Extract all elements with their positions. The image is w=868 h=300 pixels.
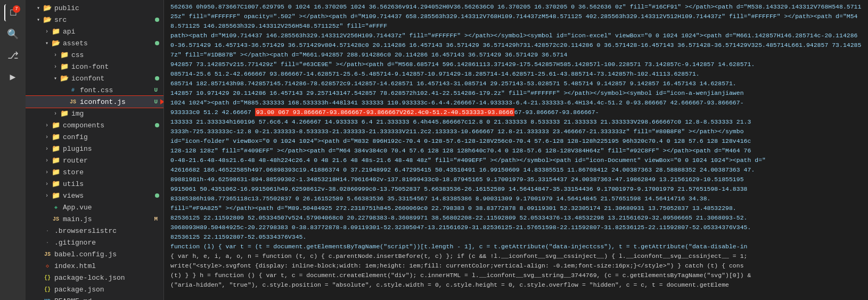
file-status-badge: U (152, 99, 159, 105)
sidebar-item-label: .browserslistrc (54, 227, 159, 235)
activity-bar: □ 7 🔍 ⎇ ▶ (0, 0, 26, 300)
chevron-right-icon: › (43, 29, 51, 35)
sidebar-item-label: img (71, 110, 159, 118)
folder-icon: 📁 (60, 62, 69, 71)
explorer-icon[interactable]: □ 7 (4, 4, 21, 21)
sidebar-item-label: views (63, 192, 153, 200)
sidebar-item-views[interactable]: ›📁views (26, 190, 163, 201)
sidebar-item-babel.config.js[interactable]: JSbabel.config.js (26, 248, 163, 260)
sidebar-item-package-lock.json[interactable]: {}package-lock.json (26, 272, 163, 283)
sidebar-item-font.css[interactable]: #font.cssU (26, 84, 163, 96)
status-dot (155, 18, 159, 22)
chevron-down-icon: ▾ (43, 40, 51, 46)
sidebar-item-label: babel.config.js (54, 250, 159, 258)
json-icon: {} (43, 287, 52, 293)
sidebar-item-src[interactable]: ▾📂src (26, 14, 163, 26)
md-icon: MD (43, 298, 52, 301)
sidebar-item-label: main.js (63, 215, 149, 223)
code-line: fill="#F9A825" ></path><path d="M89.5048… (170, 204, 862, 213)
sidebar-item-router[interactable]: ›📁router (26, 155, 163, 166)
notification-badge: 7 (13, 5, 20, 13)
sidebar-item-package.json[interactable]: {}package.json (26, 283, 163, 295)
code-line: write("<style>.svgfont {display: inline-… (170, 261, 862, 271)
folder-icon: 📁 (51, 168, 61, 176)
sidebar-item-label: api (63, 28, 159, 36)
code-line: (t) } } h = function () { var t, c = doc… (170, 271, 862, 280)
sidebar-item-label: iconfont.js (80, 98, 149, 106)
folder-icon: 📁 (51, 121, 61, 129)
sidebar-item-label: font.css (80, 86, 149, 94)
folder-icon: 📁 (51, 180, 61, 188)
sidebar-item-iconfont[interactable]: ▾📂iconfont (26, 72, 163, 84)
folder-icon: 📂 (60, 74, 69, 83)
code-line: id="icon-folder" viewBox="0 0 1024 1024"… (170, 136, 862, 146)
sidebar-item-iconfont.js[interactable]: JSiconfont.jsU (26, 96, 163, 108)
sidebar-item-label: package.json (54, 286, 159, 294)
debug-icon[interactable]: ▶ (4, 68, 21, 85)
sidebar-item-README.md[interactable]: MDREADME.md (26, 295, 163, 300)
folder-icon: 📁 (51, 27, 61, 36)
json-icon: {} (43, 275, 52, 281)
code-line: 89881981h-49.62598631-894.88599302-1.348… (170, 175, 862, 184)
code-line: 82536125 22.11592807-52.05334376V345. (170, 232, 862, 242)
status-dot (155, 123, 159, 127)
sidebar-item-icon-font[interactable]: ›📁icon-font (26, 61, 163, 72)
sidebar-item-App.vue[interactable]: ◈App.vue (26, 201, 163, 213)
code-line: 3068093H89.50484925c-20.22798383 0-38.83… (170, 223, 862, 232)
chevron-right-icon: › (43, 169, 51, 175)
sidebar-item-store[interactable]: ›📁store (26, 166, 163, 178)
vue-icon: ◈ (51, 204, 61, 210)
sidebar-item-config[interactable]: ›📁config (26, 131, 163, 143)
sidebar-item-public[interactable]: ▾📂public (26, 2, 163, 14)
sidebar-item-label: assets (63, 39, 153, 47)
code-line: 83385386h198.77365118c13.75502837 0 26.1… (170, 194, 862, 204)
sidebar-item-css[interactable]: ›📁css (26, 49, 163, 61)
code-editor[interactable]: 562636 0h950.873667C1007.629795 0 1024 1… (164, 0, 868, 300)
sidebar-item-label: README.md (54, 297, 159, 301)
chevron-right-icon: › (51, 52, 60, 58)
chevron-right-icon: › (51, 64, 60, 70)
sidebar-item-index.html[interactable]: ◇index.html (26, 260, 163, 272)
sidebar-item-components[interactable]: ›📁components (26, 119, 163, 131)
source-control-icon[interactable]: ⎇ (4, 47, 21, 64)
status-dot (155, 41, 159, 45)
sidebar-item-gitignore[interactable]: ·.gitignore (26, 237, 163, 248)
sidebar-item-api[interactable]: ›📁api (26, 26, 163, 37)
sidebar-item-main.js[interactable]: JSmain.jsM (26, 213, 163, 225)
code-line: 142857 10.971429 20.114286 16.457143 29.… (170, 88, 862, 98)
sidebar-item-assets[interactable]: ▾📂assets (26, 37, 163, 49)
chevron-right-icon: › (51, 111, 60, 117)
sidebar-item-plugins[interactable]: ›📁plugins (26, 143, 163, 155)
folder-icon: 📂 (43, 4, 52, 12)
sidebar-item-label: App.vue (63, 204, 159, 212)
code-line: 0-48-21.6-48-48s21.6-48 48-48h224c26.4 0… (170, 156, 862, 165)
code-line: 562636 0h950.873667C1007.629795 0 1024 1… (170, 2, 862, 31)
code-line: 128-128 128z" fill="#409EFF" ></path><pa… (170, 146, 862, 156)
sidebar-item-label: store (63, 168, 159, 176)
folder-icon: 📁 (60, 109, 69, 118)
folder-icon: 📁 (51, 133, 61, 141)
folder-icon: 📁 (51, 191, 61, 200)
html-icon: ◇ (43, 263, 52, 269)
file-explorer: ▾📂public▾📂src›📁api▾📂assets›📁css›📁icon-fo… (26, 0, 164, 300)
code-text: 562636 0h950.873667C1007.629795 0 1024 1… (170, 2, 862, 290)
sidebar-item-img[interactable]: ›📁img (26, 108, 163, 119)
file-status-badge: M (152, 216, 159, 222)
code-line: function (l) { var t = (t = document.get… (170, 242, 862, 252)
folder-icon: 📁 (51, 156, 61, 165)
file-status-badge: U (152, 87, 159, 93)
sidebar-item-label: src (54, 16, 153, 24)
folder-icon: 📁 (60, 51, 69, 59)
code-line: 1024 1024"><path d="M885.333333 168.5333… (170, 98, 862, 108)
sidebar-item-label: iconfont (71, 75, 153, 83)
chevron-down-icon: ▾ (34, 5, 43, 11)
code-line: 3333h-725.333333c-12.8 0-21.333333-8.533… (170, 127, 862, 136)
chevron-right-icon: › (43, 158, 51, 164)
search-icon[interactable]: 🔍 (4, 26, 21, 43)
sidebar-item-label: plugins (63, 145, 159, 153)
chevron-right-icon: › (43, 193, 51, 199)
sidebar-item-utils[interactable]: ›📁utils (26, 178, 163, 190)
chevron-down-icon: ▾ (51, 75, 60, 82)
sidebar-item-browserslistrc[interactable]: ·.browserslistrc (26, 225, 163, 237)
sidebar-item-label: css (71, 51, 159, 59)
